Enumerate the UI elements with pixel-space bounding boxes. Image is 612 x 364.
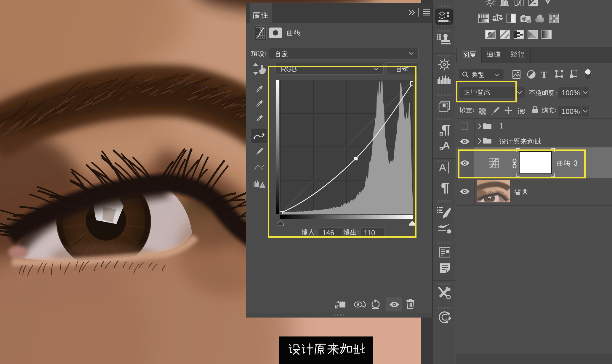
svg-text:!: ! [262, 184, 263, 188]
svg-text:A: A [439, 162, 446, 173]
svg-text:A: A [443, 140, 450, 151]
